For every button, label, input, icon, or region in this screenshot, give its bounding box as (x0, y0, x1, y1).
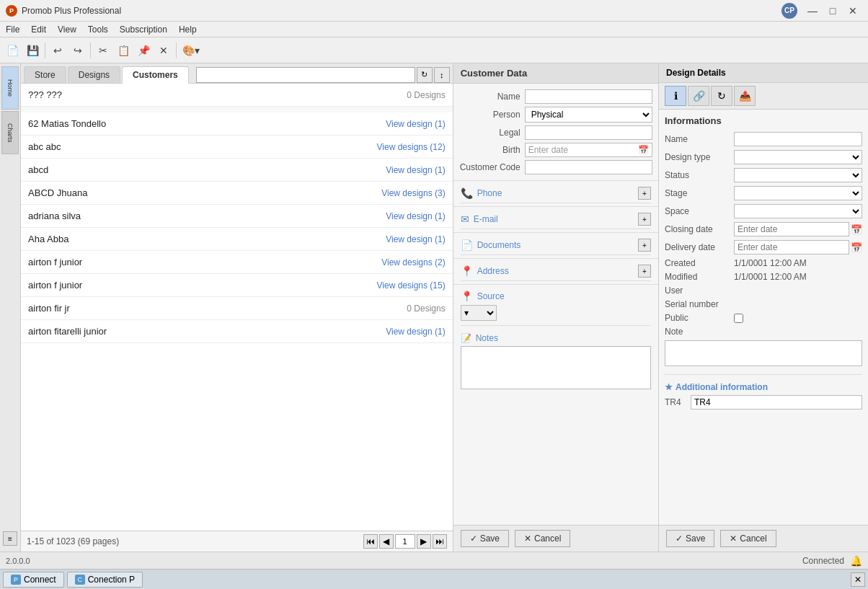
menu-view[interactable]: View (52, 23, 82, 36)
birth-date-input[interactable]: Enter date 📅 (525, 143, 652, 157)
design-export-button[interactable]: 📤 (734, 86, 756, 106)
connect-button[interactable]: P Connect (3, 572, 64, 588)
tab-customers[interactable]: Customers (122, 66, 189, 84)
customer-action[interactable]: View design (1) (386, 165, 446, 175)
customer-action[interactable]: View design (1) (386, 234, 446, 244)
paste-button[interactable]: 📌 (134, 41, 153, 60)
delivery-date-icon: 📅 (851, 242, 862, 253)
undo-button[interactable]: ↩ (48, 41, 67, 60)
list-item[interactable]: adriana silva View design (1) (21, 205, 453, 228)
list-item[interactable]: airton f junior View designs (2) (21, 251, 453, 274)
address-expand-button[interactable]: + (638, 265, 651, 278)
legal-input[interactable] (525, 125, 652, 140)
side-bottom-button[interactable]: ≡ (3, 531, 17, 546)
list-item[interactable]: ??? ??? 0 Designs (21, 84, 453, 107)
phone-divider (461, 203, 651, 203)
design-status-select[interactable] (734, 168, 862, 182)
design-cancel-button[interactable]: ✕ Cancel (720, 530, 776, 547)
toolbar: 📄 💾 ↩ ↪ ✂ 📋 📌 ✕ 🎨▾ (0, 37, 868, 63)
maximize-button[interactable]: □ (823, 4, 842, 18)
customer-name: ??? ??? (28, 89, 62, 100)
prev-page-button[interactable]: ◀ (379, 534, 394, 549)
address-section-header[interactable]: 📍 Address + (453, 259, 658, 280)
refresh-list-button[interactable]: ↻ (417, 67, 433, 83)
close-button[interactable]: ✕ (843, 4, 862, 18)
menu-file[interactable]: File (0, 23, 25, 36)
name-input[interactable] (525, 89, 652, 104)
save-toolbar-button[interactable]: 💾 (23, 41, 42, 60)
delete-button[interactable]: ✕ (154, 41, 173, 60)
copy-button[interactable]: 📋 (114, 41, 133, 60)
side-home-button[interactable]: Home (1, 66, 19, 110)
menu-help[interactable]: Help (173, 23, 203, 36)
list-item[interactable]: abcd View design (1) (21, 159, 453, 182)
customer-save-button[interactable]: ✓ Save (461, 530, 509, 547)
documents-expand-button[interactable]: + (638, 239, 651, 252)
design-form-scroll[interactable]: Informations Name Design type Status Sta… (659, 110, 868, 525)
design-info-button[interactable]: ℹ (665, 86, 686, 106)
menu-subscription[interactable]: Subscription (114, 23, 173, 36)
design-stage-row: Stage (665, 186, 862, 200)
last-page-button[interactable]: ⏭ (433, 534, 447, 549)
phone-section-header[interactable]: 📞 Phone + (453, 181, 658, 203)
public-checkbox[interactable] (734, 314, 743, 323)
list-item[interactable]: Aha Abba View design (1) (21, 228, 453, 251)
customer-action[interactable]: View design (1) (386, 211, 446, 221)
customer-action[interactable]: View designs (12) (377, 142, 446, 152)
customer-action[interactable]: View designs (15) (377, 280, 446, 291)
customer-cancel-button[interactable]: ✕ Cancel (515, 530, 570, 547)
minimize-button[interactable]: — (803, 4, 822, 18)
list-item[interactable]: airton fitarelli junior View design (1) (21, 320, 453, 343)
design-space-select[interactable] (734, 204, 862, 218)
toolbar-sep-2 (90, 43, 91, 58)
design-save-button[interactable]: ✓ Save (666, 530, 714, 547)
list-item[interactable]: airton fir jr 0 Designs (21, 297, 453, 320)
search-input[interactable] (196, 67, 415, 83)
source-dropdown[interactable]: ▾ (461, 305, 497, 321)
new-button[interactable]: 📄 (3, 41, 22, 60)
delivery-date-input[interactable] (734, 240, 849, 254)
customer-action[interactable]: View design (1) (386, 327, 446, 337)
design-name-input[interactable] (734, 132, 862, 146)
customer-list-scroll[interactable]: ??? ??? 0 Designs 62 Matias Tondello Vie… (21, 84, 453, 531)
side-panel: Home Charts ≡ (0, 63, 21, 552)
customer-action[interactable]: View designs (2) (381, 257, 446, 267)
additional-value-input[interactable] (691, 395, 862, 409)
design-type-select[interactable] (734, 150, 862, 164)
documents-divider (461, 254, 651, 255)
customer-data-title: Customer Data (453, 63, 658, 84)
email-expand-button[interactable]: + (638, 213, 651, 226)
first-page-button[interactable]: ⏮ (363, 534, 378, 549)
tab-designs[interactable]: Designs (68, 66, 120, 83)
color-picker-button[interactable]: 🎨▾ (180, 41, 203, 60)
list-item[interactable]: airton f junior View designs (15) (21, 274, 453, 297)
taskbar-close-button[interactable]: ✕ (851, 572, 865, 587)
design-stage-select[interactable] (734, 186, 862, 200)
menu-tools[interactable]: Tools (82, 23, 114, 36)
documents-section-header[interactable]: 📄 Documents + (453, 233, 658, 254)
customer-action[interactable]: View designs (3) (381, 188, 446, 198)
customer-code-input[interactable] (525, 160, 652, 174)
list-item[interactable]: ABCD Jhuana View designs (3) (21, 182, 453, 205)
notes-textarea[interactable] (461, 346, 651, 389)
note-textarea[interactable] (665, 340, 862, 366)
connection-p-button[interactable]: C Conection P (67, 572, 143, 588)
source-section-header[interactable]: 📍 Source (453, 285, 658, 305)
side-charts-button[interactable]: Charts (1, 111, 19, 154)
menu-edit[interactable]: Edit (25, 23, 52, 36)
design-refresh-button[interactable]: ↻ (711, 86, 732, 106)
sort-list-button[interactable]: ↕ (434, 67, 450, 83)
customer-action[interactable]: View design (1) (386, 119, 446, 129)
list-item[interactable]: 62 Matias Tondello View design (1) (21, 112, 453, 136)
next-page-button[interactable]: ▶ (417, 534, 431, 549)
tab-store[interactable]: Store (24, 66, 66, 83)
closing-date-input[interactable] (734, 222, 849, 236)
person-select[interactable]: Physical Legal (525, 107, 652, 123)
email-section-header[interactable]: ✉ E-mail + (453, 207, 658, 229)
phone-expand-button[interactable]: + (638, 187, 651, 200)
design-link-button[interactable]: 🔗 (688, 86, 709, 106)
page-number-input[interactable] (395, 534, 415, 549)
cut-button[interactable]: ✂ (94, 41, 112, 60)
list-item[interactable]: abc abc View designs (12) (21, 136, 453, 159)
redo-button[interactable]: ↪ (68, 41, 87, 60)
